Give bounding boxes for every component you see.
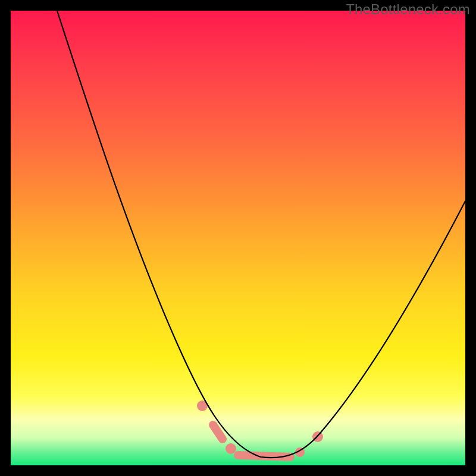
- watermark-text: TheBottleneck.com: [346, 1, 470, 18]
- chart-frame: TheBottleneck.com: [0, 0, 476, 476]
- curve-layer: [11, 11, 465, 465]
- marker-pill: [213, 425, 223, 439]
- bottleneck-curve: [57, 11, 465, 458]
- marker-dot: [226, 443, 236, 454]
